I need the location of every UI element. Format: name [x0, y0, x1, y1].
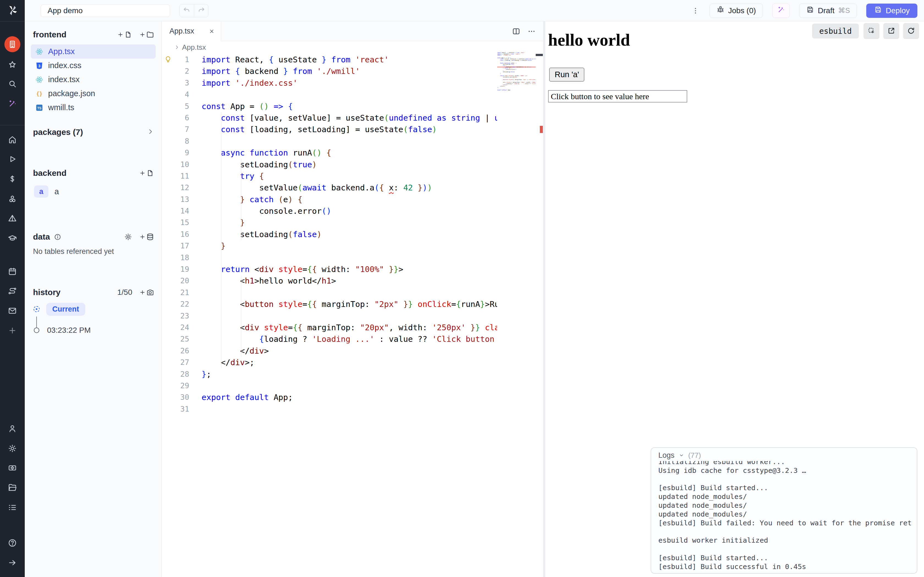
code-viewport[interactable]: 1import React, { useState } from 'react'… — [162, 53, 497, 577]
breadcrumb: App.tsx — [162, 41, 543, 53]
add-script-icon[interactable] — [139, 169, 154, 177]
add-file-icon[interactable] — [118, 31, 132, 39]
code-line: 28}; — [162, 369, 497, 380]
minimap[interactable]: import React, { useState } from 'react'i… — [497, 52, 536, 162]
current-version-icon — [34, 306, 40, 312]
dollar-icon[interactable] — [8, 174, 17, 184]
minimap-line: <button style={{ marginTop: "2px" }} onC… — [497, 79, 536, 81]
plus-icon[interactable] — [8, 326, 17, 335]
line-number: 23 — [162, 310, 189, 322]
svg-text:{}: {} — [36, 91, 43, 97]
tab-bar-actions — [512, 27, 543, 36]
code-line: 8 — [162, 135, 497, 147]
more-menu-icon[interactable] — [691, 6, 700, 15]
worker-group-icon[interactable] — [8, 463, 17, 472]
route-icon[interactable] — [8, 286, 17, 296]
arrow-right-icon[interactable] — [8, 558, 17, 567]
prism-icon[interactable] — [8, 214, 17, 223]
tab-app-tsx[interactable]: App.tsx — [162, 21, 221, 41]
top-bar: Jobs (0) Draft ⌘S Deploy — [25, 0, 924, 21]
file-name: index.tsx — [48, 75, 79, 84]
line-number: 9 — [162, 147, 189, 158]
star-icon[interactable] — [8, 60, 17, 69]
undo-button[interactable] — [179, 5, 194, 17]
jobs-label: Jobs (0) — [728, 6, 756, 15]
code-line: 4 — [162, 89, 497, 100]
file-item-app-tsx[interactable]: App.tsx — [31, 45, 156, 58]
person-icon[interactable] — [8, 424, 17, 433]
redo-button[interactable] — [194, 5, 208, 17]
calendar-icon[interactable] — [8, 267, 17, 276]
chevron-down-icon[interactable] — [678, 452, 685, 458]
file-item-package-json[interactable]: {}package.json — [31, 87, 156, 101]
panel-divider[interactable] — [543, 21, 545, 577]
gear-icon[interactable] — [8, 444, 17, 453]
logs-title[interactable]: Logs — [658, 451, 675, 460]
folder-icon[interactable] — [8, 483, 17, 492]
ai-wand-button[interactable] — [772, 3, 790, 18]
code-line: 24 <div style={{ marginTop: "20px", widt… — [162, 322, 497, 333]
add-folder-icon[interactable] — [139, 31, 154, 39]
open-external-button[interactable] — [883, 23, 899, 39]
windmill-logo-icon[interactable] — [6, 4, 19, 17]
tab-label: App.tsx — [170, 27, 194, 35]
history-time-item[interactable]: 03:23:22 PM — [34, 325, 91, 336]
code-line: 29 — [162, 380, 497, 392]
logs-body[interactable]: Initializing esbuild worker...Using idb … — [658, 461, 912, 571]
mail-icon[interactable] — [8, 306, 17, 316]
data-settings-gear-icon[interactable] — [124, 233, 132, 241]
svg-text:TS: TS — [37, 106, 41, 110]
packages-section[interactable]: packages (7) — [33, 125, 154, 139]
preview-heading: hello world — [548, 30, 630, 50]
code-line: 1import React, { useState } from 'react' — [162, 54, 497, 65]
history-current-item[interactable]: Current — [34, 303, 85, 316]
code-line: 25 {loading ? 'Loading ...' : value ?? '… — [162, 333, 497, 345]
close-tab-icon[interactable] — [209, 28, 215, 34]
undo-icon — [183, 6, 191, 15]
info-icon — [54, 233, 61, 241]
log-line: [esbuild] Build started... — [658, 484, 912, 492]
cubes-icon[interactable] — [8, 194, 17, 204]
minimap-slider[interactable] — [536, 54, 543, 56]
file-item-wmill-ts[interactable]: TSwmill.ts — [31, 101, 156, 114]
log-line: Using idb cache for csstype@3.2.3 … — [658, 466, 912, 475]
react-file-icon — [35, 48, 44, 56]
file-name: index.css — [48, 61, 81, 70]
history-section-header: history 1/50 — [33, 286, 154, 299]
ts-file-icon: TS — [35, 103, 44, 112]
breadcrumb-file[interactable]: App.tsx — [182, 43, 206, 52]
list-icon[interactable] — [8, 503, 17, 512]
grad-cap-icon[interactable] — [8, 234, 17, 243]
wand-icon[interactable] — [8, 99, 17, 108]
split-editor-icon[interactable] — [512, 27, 520, 36]
log-line — [658, 545, 912, 554]
help-icon[interactable] — [8, 538, 17, 548]
jobs-button[interactable]: Jobs (0) — [709, 3, 763, 18]
line-number: 20 — [162, 275, 189, 287]
code-line: 30export default App; — [162, 392, 497, 403]
home-icon[interactable] — [8, 135, 17, 144]
line-number: 31 — [162, 403, 189, 415]
app-name-input[interactable] — [41, 5, 170, 17]
draft-button[interactable]: Draft ⌘S — [799, 3, 857, 18]
editor-more-icon[interactable] — [527, 27, 536, 36]
line-number: 15 — [162, 217, 189, 228]
play-icon[interactable] — [8, 155, 17, 164]
backend-script-item[interactable]: a a — [34, 185, 59, 198]
search-icon[interactable] — [8, 79, 17, 89]
file-item-index-tsx[interactable]: index.tsx — [31, 73, 156, 87]
add-database-icon[interactable] — [139, 233, 154, 241]
value-display-box: Click button to see value here — [548, 90, 687, 103]
file-item-index-css[interactable]: 3index.css — [31, 58, 156, 73]
line-number: 25 — [162, 333, 189, 345]
log-line: [esbuild] Build started... — [658, 554, 912, 562]
refresh-preview-button[interactable] — [903, 23, 919, 39]
inspect-component-button[interactable] — [864, 23, 879, 39]
undo-redo-group — [179, 4, 208, 17]
building-icon[interactable] — [5, 36, 20, 52]
run-a-button[interactable]: Run 'a' — [549, 68, 585, 82]
code-line: 27 </div>; — [162, 357, 497, 368]
add-snapshot-camera-icon[interactable] — [139, 288, 154, 297]
deploy-button[interactable]: Deploy — [866, 3, 918, 18]
line-number: 26 — [162, 345, 189, 357]
